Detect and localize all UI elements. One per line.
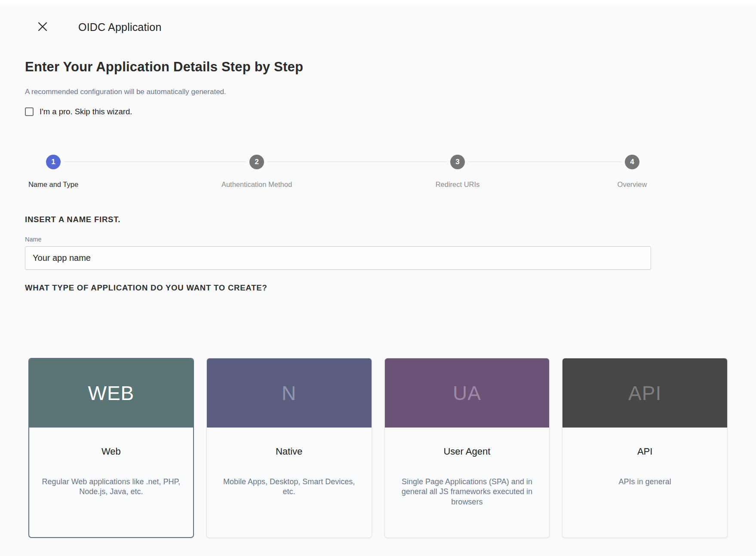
- step-4-label: Overview: [585, 180, 679, 189]
- dialog-titlebar: OIDC Application: [36, 21, 162, 34]
- user-agent-card-description: Single Page Applications (SPA) and in ge…: [385, 477, 550, 507]
- skip-wizard-checkbox[interactable]: [25, 107, 34, 116]
- step-1-circle: 1: [46, 155, 61, 169]
- api-card-abbr: API: [628, 382, 661, 405]
- api-card-body: API APIs in general: [562, 428, 727, 538]
- page-subtitle: A recommended configuration will be auto…: [25, 88, 226, 96]
- native-card-title: Native: [207, 446, 372, 457]
- step-3-circle: 3: [450, 155, 465, 169]
- web-card-abbr: WEB: [88, 382, 134, 405]
- step-3-label: Redirect URIs: [410, 180, 505, 189]
- step-overview[interactable]: 4 Overview: [585, 155, 679, 189]
- step-1-label: Name and Type: [6, 180, 101, 189]
- oidc-wizard-page: OIDC Application Enter Your Application …: [0, 0, 756, 556]
- native-card-body: Native Mobile Apps, Desktop, Smart Devic…: [207, 428, 372, 538]
- type-section-heading: WHAT TYPE OF APPLICATION DO YOU WANT TO …: [25, 283, 267, 293]
- close-button[interactable]: [36, 21, 49, 34]
- step-2-label: Authentication Method: [209, 180, 304, 189]
- step-2-circle: 2: [249, 155, 264, 169]
- app-type-card-native[interactable]: N Native Mobile Apps, Desktop, Smart Dev…: [206, 358, 372, 538]
- native-card-description: Mobile Apps, Desktop, Smart Devices, etc…: [207, 477, 372, 497]
- app-type-card-api[interactable]: API API APIs in general: [562, 358, 728, 538]
- api-card-header: API: [562, 358, 727, 428]
- user-agent-card-body: User Agent Single Page Applications (SPA…: [385, 428, 550, 538]
- app-name-input[interactable]: [25, 246, 651, 270]
- native-card-header: N: [207, 358, 372, 428]
- web-card-header: WEB: [29, 359, 193, 428]
- step-authentication-method[interactable]: 2 Authentication Method: [209, 155, 304, 189]
- user-agent-card-header: UA: [385, 358, 550, 428]
- api-card-description: APIs in general: [562, 477, 727, 487]
- skip-wizard-label: I'm a pro. Skip this wizard.: [40, 107, 132, 116]
- name-section-heading: INSERT A NAME FIRST.: [25, 215, 120, 224]
- name-field-label: Name: [25, 236, 42, 243]
- step-name-and-type[interactable]: 1 Name and Type: [6, 155, 101, 189]
- app-type-card-web[interactable]: WEB Web Regular Web applications like .n…: [28, 358, 194, 538]
- dialog-title: OIDC Application: [78, 21, 162, 34]
- step-4-circle: 4: [625, 155, 639, 169]
- skip-wizard-row: I'm a pro. Skip this wizard.: [25, 107, 132, 116]
- app-type-cards: WEB Web Regular Web applications like .n…: [28, 358, 728, 538]
- web-card-title: Web: [29, 446, 193, 457]
- top-strip: [0, 0, 756, 6]
- step-redirect-uris[interactable]: 3 Redirect URIs: [410, 155, 505, 189]
- web-card-description: Regular Web applications like .net, PHP,…: [29, 477, 193, 497]
- native-card-abbr: N: [282, 382, 296, 405]
- api-card-title: API: [562, 446, 727, 457]
- user-agent-card-abbr: UA: [453, 382, 481, 405]
- web-card-body: Web Regular Web applications like .net, …: [29, 428, 193, 537]
- user-agent-card-title: User Agent: [385, 446, 550, 457]
- page-title: Enter Your Application Details Step by S…: [25, 59, 303, 75]
- app-type-card-user-agent[interactable]: UA User Agent Single Page Applications (…: [384, 358, 550, 538]
- close-icon: [37, 21, 48, 34]
